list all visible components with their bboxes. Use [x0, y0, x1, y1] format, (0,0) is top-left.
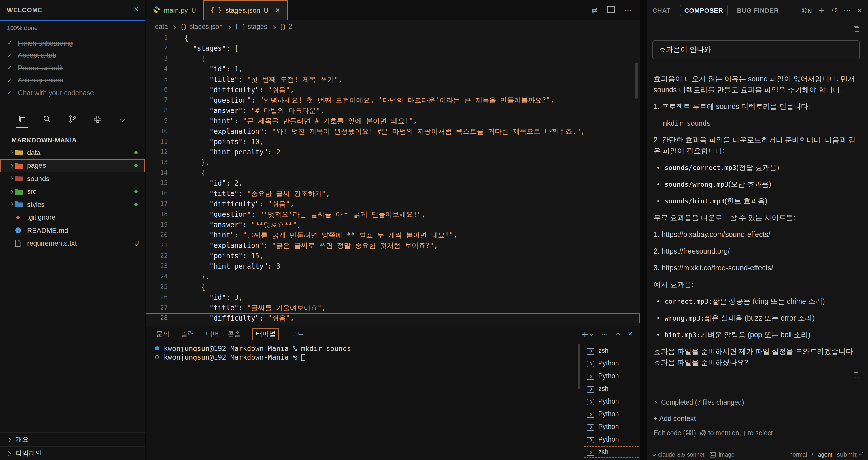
code-line-16[interactable]: 16 "title": "중요한 글씨 강조하기",	[146, 188, 640, 199]
source-control-icon[interactable]	[67, 112, 78, 126]
terminal-session-python[interactable]: Python	[583, 357, 640, 369]
code-line-26[interactable]: 26 "id": 3,	[146, 292, 640, 303]
terminal-session-zsh[interactable]: zsh	[583, 344, 640, 357]
terminal-output[interactable]: kwonjungsun@192 Markdown-Mania % mkdir s…	[155, 344, 575, 460]
editor[interactable]: 1{2 "stages": [3 {4 "id": 1,5 "title": "…	[146, 33, 640, 326]
explorer-item-gitignore[interactable]: .gitignore	[0, 211, 145, 224]
maximize-panel-icon[interactable]	[616, 330, 620, 338]
welcome-step[interactable]: ✓Finish onboarding	[7, 37, 139, 49]
terminal-session-python[interactable]: Python	[583, 433, 640, 446]
timeline-section[interactable]: 타임라인	[0, 446, 145, 460]
code-line-6[interactable]: 6 "difficulty": "쉬움",	[146, 85, 640, 95]
compare-icon[interactable]: ⇄	[591, 6, 598, 14]
terminal-scrollbar[interactable]	[578, 344, 580, 389]
panel-tab-bug-finder[interactable]: BUG FINDER	[737, 7, 779, 14]
breadcrumb-item[interactable]: data	[155, 23, 168, 30]
terminal-tab[interactable]: 터미널	[252, 328, 279, 340]
code-line-20[interactable]: 20 "hint": "글씨를 굵게 만들려면 양쪽에 ** 별표 두 개씩 붙…	[146, 230, 640, 240]
explorer-item-requirements-txt[interactable]: requirements.txtU	[0, 237, 145, 250]
chevron-down-icon[interactable]	[117, 112, 128, 126]
files-icon[interactable]	[16, 112, 28, 126]
terminal-tab[interactable]: 디버그 콘솔	[206, 330, 241, 338]
completed-toggle[interactable]: Completed (7 files changed)	[654, 399, 744, 406]
tab-main-py[interactable]: main.py U	[146, 0, 204, 20]
code-line-24[interactable]: 24 },	[146, 272, 640, 282]
code-line-27[interactable]: 27 "title": "글씨를 기울여보아요",	[146, 303, 640, 313]
explorer-item-styles[interactable]: styles	[0, 198, 145, 211]
breadcrumb-item[interactable]: [ ]stages	[235, 23, 267, 30]
code-line-5[interactable]: 5 "title": "첫 번째 도전! 제목 쓰기",	[146, 74, 640, 85]
breadcrumb-item[interactable]: {}stages.json	[180, 23, 223, 30]
code-line-2[interactable]: 2 "stages": [	[146, 43, 640, 54]
mode-normal[interactable]: normal	[789, 451, 807, 458]
terminal-session-python[interactable]: Python	[583, 369, 640, 382]
panel-tab-chat[interactable]: CHAT	[652, 7, 671, 14]
submit-button[interactable]: submit ⏎	[837, 451, 863, 458]
code-line-25[interactable]: 25 {	[146, 282, 640, 292]
code-line-9[interactable]: 9 "hint": "큰 제목을 만들려면 # 기호를 앞에 붙이면 돼요!",	[146, 116, 640, 126]
tab-stages-json[interactable]: { } stages.json U ✕	[204, 0, 288, 20]
code-line-23[interactable]: 23 "hint_penalty": 3	[146, 261, 640, 272]
editor-scrollbar[interactable]	[634, 63, 638, 98]
add-context-button[interactable]: + Add context	[654, 415, 696, 423]
image-label[interactable]: image	[719, 451, 735, 458]
close-icon[interactable]: ✕	[857, 7, 862, 14]
terminal-tab[interactable]: 문제	[156, 330, 169, 338]
code-line-12[interactable]: 12 "hint_penalty": 2	[146, 147, 640, 157]
code-line-11[interactable]: 11 "points": 10,	[146, 136, 640, 147]
terminal-tab[interactable]: 포트	[290, 330, 304, 338]
more-icon[interactable]: ⋯	[601, 330, 608, 338]
close-panel-icon[interactable]: ✕	[628, 330, 633, 338]
code-line-14[interactable]: 14 {	[146, 168, 640, 178]
code-line-17[interactable]: 17 "difficulty": "쉬움",	[146, 199, 640, 209]
welcome-step[interactable]: ✓Chat with your codebase	[7, 87, 139, 99]
explorer-item-sounds[interactable]: sounds	[0, 172, 145, 185]
code-line-18[interactable]: 18 "question": "'멋져요'라는 글씨를 아주 굵게 만들어보세요…	[146, 209, 640, 220]
outline-section[interactable]: 개요	[0, 432, 145, 446]
code-line-15[interactable]: 15 "id": 2,	[146, 178, 640, 188]
close-icon[interactable]: ✕	[275, 7, 280, 13]
split-editor-icon[interactable]	[607, 5, 615, 15]
code-line-3[interactable]: 3 {	[146, 54, 640, 64]
code-line-4[interactable]: 4 "id": 1,	[146, 64, 640, 74]
explorer-item-src[interactable]: src	[0, 185, 145, 198]
code-line-21[interactable]: 21 "explanation": "굵은 글씨로 쓰면 정말 중요한 것처럼 …	[146, 240, 640, 251]
model-selector[interactable]: claude-3.5-sonnet	[658, 451, 704, 458]
chat-link[interactable]: https://mixkit.co/free-sound-effects/	[662, 264, 773, 272]
extensions-icon[interactable]	[92, 112, 103, 126]
welcome-step[interactable]: ✓Accept a tab	[7, 49, 139, 62]
code-line-19[interactable]: 19 "answer": "**멋져요**",	[146, 220, 640, 230]
code-line-1[interactable]: 1{	[146, 33, 640, 43]
copy-icon[interactable]	[853, 372, 860, 379]
code-line-13[interactable]: 13 },	[146, 157, 640, 168]
panel-tab-composer[interactable]: COMPOSER	[680, 5, 728, 16]
code-line-28[interactable]: 28 "difficulty": "쉬움",	[146, 313, 640, 324]
welcome-step[interactable]: ✓Prompt an edit	[7, 62, 139, 74]
explorer-root[interactable]: MARKDOWN-MANIA	[0, 133, 145, 146]
terminal-session-python[interactable]: Python	[583, 407, 640, 420]
image-icon[interactable]	[710, 452, 716, 457]
explorer-item-readme-md[interactable]: README.md	[0, 224, 145, 237]
terminal-session-zsh[interactable]: zsh	[583, 446, 640, 458]
code-line-22[interactable]: 22 "points": 15,	[146, 251, 640, 261]
search-icon[interactable]	[41, 112, 53, 126]
welcome-step[interactable]: ✓Ask a question	[7, 74, 139, 87]
chat-input[interactable]: 효과음이 안나와	[652, 40, 860, 59]
explorer-item-pages[interactable]: pages	[0, 159, 145, 172]
history-icon[interactable]: ↺	[831, 6, 837, 14]
code-line-10[interactable]: 10 "explanation": "와! 멋진 제목이 완성됐어요! #은 마…	[146, 126, 640, 136]
explorer-item-data[interactable]: data	[0, 146, 145, 159]
copy-icon[interactable]	[853, 25, 860, 32]
terminal-session-zsh[interactable]: zsh	[583, 382, 640, 395]
terminal-tab[interactable]: 출력	[181, 330, 194, 338]
code-line-8[interactable]: 8 "answer": "# 마법의 마크다운",	[146, 105, 640, 116]
code-line-7[interactable]: 7 "question": "안녕하세요! 첫 번째 도전이에요. '마법의 마…	[146, 95, 640, 105]
add-terminal-icon[interactable]: +	[582, 330, 593, 339]
breadcrumb-item[interactable]: {}2	[279, 23, 292, 30]
terminal-session-python[interactable]: Python	[583, 395, 640, 407]
close-icon[interactable]: ✕	[134, 6, 139, 13]
chat-link[interactable]: https://pixabay.com/sound-effects/	[662, 231, 770, 239]
mode-agent[interactable]: agent	[818, 451, 832, 458]
chat-link[interactable]: https://freesound.org/	[662, 247, 730, 255]
more-icon[interactable]: ⋯	[844, 6, 851, 14]
